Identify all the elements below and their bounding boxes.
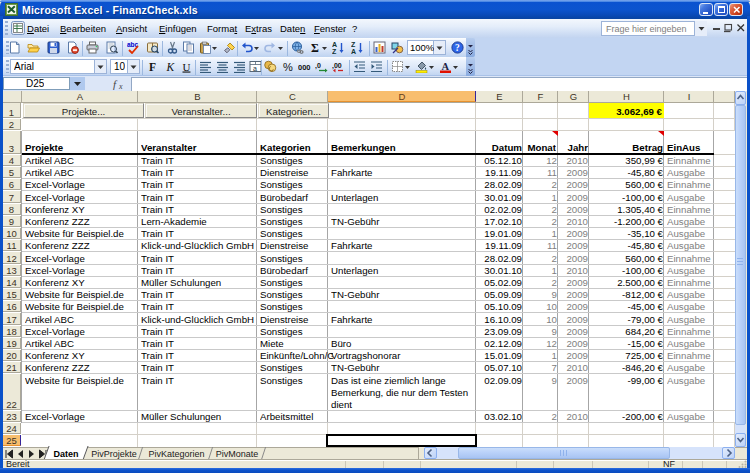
svg-text:K: K [166,61,176,73]
svg-text:Z: Z [332,48,337,55]
svg-text:,0: ,0 [315,62,321,70]
svg-text:x: x [118,82,123,91]
svg-text:000: 000 [298,63,311,72]
svg-text:%: % [283,61,293,73]
svg-text:Σ: Σ [311,41,319,54]
svg-text:f: f [113,78,118,90]
svg-text:?: ? [455,43,460,53]
svg-text:a: a [253,65,257,72]
svg-text:U: U [183,61,191,73]
svg-text:A: A [442,61,450,72]
svg-text:F: F [149,61,156,73]
svg-text:A: A [351,48,356,55]
svg-text:,00: ,00 [332,62,342,70]
